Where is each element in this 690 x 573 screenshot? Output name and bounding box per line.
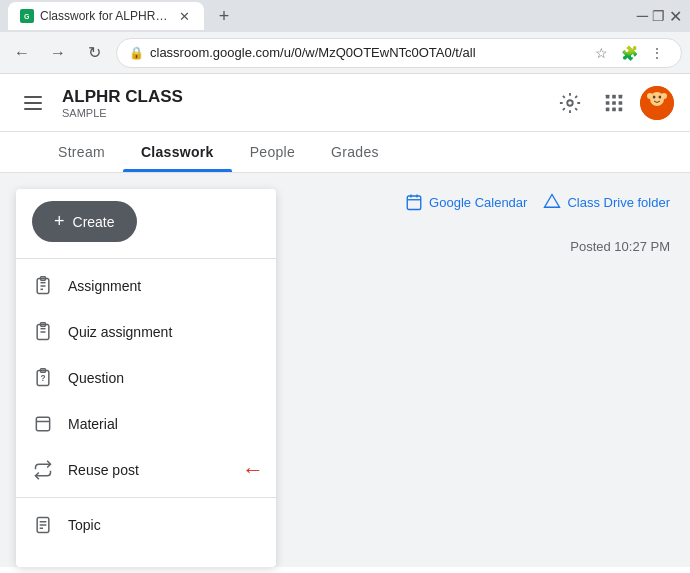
svg-rect-4 [612, 94, 616, 98]
create-button-area: + Create [16, 189, 276, 254]
reuse-icon [32, 459, 54, 481]
google-calendar-label: Google Calendar [429, 195, 527, 210]
drive-icon [543, 193, 561, 211]
browser-titlebar: G Classwork for ALPHR CLASS SAM... ✕ + ─… [0, 0, 690, 32]
restore-button[interactable]: ❐ [652, 8, 665, 24]
menu-label-quiz-assignment: Quiz assignment [68, 324, 172, 340]
app-title-area: ALPHR CLASS SAMPLE [62, 87, 183, 119]
create-button-label: Create [73, 214, 115, 230]
svg-text:?: ? [40, 373, 45, 383]
create-dropdown-menu: + Create Assignment [16, 189, 276, 567]
menu-label-topic: Topic [68, 517, 101, 533]
hamburger-line [24, 102, 42, 104]
svg-point-16 [647, 93, 653, 99]
material-icon [32, 413, 54, 435]
svg-rect-5 [619, 94, 623, 98]
settings-button[interactable] [552, 85, 588, 121]
browser-menu-button[interactable]: ⋮ [645, 41, 669, 65]
gear-icon [559, 92, 581, 114]
nav-tabs: Stream Classwork People Grades [0, 132, 690, 173]
reload-button[interactable]: ↻ [80, 39, 108, 67]
main-content: + Create Assignment [0, 173, 690, 567]
url-text: classroom.google.com/u/0/w/MzQ0OTEwNTc0O… [150, 45, 583, 60]
apps-button[interactable] [596, 85, 632, 121]
menu-item-assignment[interactable]: Assignment [16, 263, 276, 309]
hamburger-line [24, 96, 42, 98]
browser-addressbar: ← → ↻ 🔒 classroom.google.com/u/0/w/MzQ0O… [0, 32, 690, 74]
right-content-area: Google Calendar Class Drive folder Poste… [276, 173, 690, 567]
tab-stream[interactable]: Stream [40, 132, 123, 172]
tab-title: Classwork for ALPHR CLASS SAM... [40, 9, 170, 23]
svg-rect-9 [606, 107, 610, 111]
assignment-icon [32, 275, 54, 297]
browser-tab[interactable]: G Classwork for ALPHR CLASS SAM... ✕ [8, 2, 204, 30]
app-header: ALPHR CLASS SAMPLE [0, 74, 690, 132]
avatar[interactable] [640, 86, 674, 120]
svg-rect-10 [612, 107, 616, 111]
tab-favicon: G [20, 9, 34, 23]
menu-item-topic[interactable]: Topic [16, 502, 276, 548]
address-bar[interactable]: 🔒 classroom.google.com/u/0/w/MzQ0OTEwNTc… [116, 38, 682, 68]
create-button[interactable]: + Create [32, 201, 137, 242]
apps-grid-icon [603, 92, 625, 114]
menu-item-material[interactable]: Material [16, 401, 276, 447]
close-window-button[interactable]: ✕ [669, 7, 682, 26]
tab-grades[interactable]: Grades [313, 132, 397, 172]
hamburger-menu-button[interactable] [16, 88, 50, 118]
tab-close-button[interactable]: ✕ [176, 8, 192, 24]
avatar-image [640, 86, 674, 120]
svg-rect-36 [407, 196, 421, 210]
svg-point-2 [567, 100, 573, 106]
tab-classwork[interactable]: Classwork [123, 132, 232, 172]
topic-icon [32, 514, 54, 536]
svg-rect-3 [606, 94, 610, 98]
menu-label-assignment: Assignment [68, 278, 141, 294]
extensions-button[interactable]: 🧩 [617, 41, 641, 65]
svg-text:G: G [24, 13, 30, 20]
lock-icon: 🔒 [129, 46, 144, 60]
svg-rect-6 [606, 101, 610, 105]
menu-item-quiz-assignment[interactable]: Quiz assignment [16, 309, 276, 355]
menu-label-reuse-post: Reuse post [68, 462, 139, 478]
menu-divider-2 [16, 497, 276, 498]
top-actions: Google Calendar Class Drive folder [296, 193, 670, 211]
reuse-post-arrow-indicator: ← [242, 457, 264, 483]
svg-rect-30 [36, 417, 49, 430]
hamburger-line [24, 108, 42, 110]
posted-timestamp: Posted 10:27 PM [296, 239, 670, 254]
window-controls: ─ ❐ ✕ [637, 7, 682, 26]
plus-icon: + [54, 211, 65, 232]
header-actions [552, 85, 674, 121]
menu-item-reuse-post[interactable]: Reuse post ← [16, 447, 276, 493]
svg-point-17 [661, 93, 667, 99]
menu-label-material: Material [68, 416, 118, 432]
new-tab-button[interactable]: + [210, 2, 238, 30]
bookmark-button[interactable]: ☆ [589, 41, 613, 65]
minimize-button[interactable]: ─ [637, 7, 648, 25]
menu-divider [16, 258, 276, 259]
back-button[interactable]: ← [8, 39, 36, 67]
svg-rect-7 [612, 101, 616, 105]
tab-people[interactable]: People [232, 132, 313, 172]
question-icon: ? [32, 367, 54, 389]
app-subtitle: SAMPLE [62, 107, 183, 119]
calendar-icon [405, 193, 423, 211]
address-actions: ☆ 🧩 ⋮ [589, 41, 669, 65]
svg-rect-11 [619, 107, 623, 111]
quiz-icon [32, 321, 54, 343]
class-drive-label: Class Drive folder [567, 195, 670, 210]
menu-label-question: Question [68, 370, 124, 386]
svg-rect-8 [619, 101, 623, 105]
app-title: ALPHR CLASS [62, 87, 183, 107]
menu-item-question[interactable]: ? Question [16, 355, 276, 401]
google-calendar-button[interactable]: Google Calendar [405, 193, 527, 211]
class-drive-button[interactable]: Class Drive folder [543, 193, 670, 211]
svg-marker-40 [545, 195, 560, 208]
forward-button[interactable]: → [44, 39, 72, 67]
